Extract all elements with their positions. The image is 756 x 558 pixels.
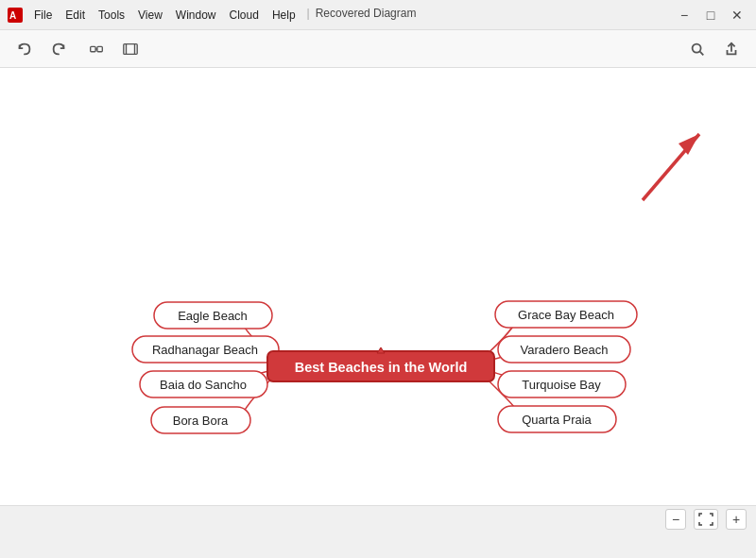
search-button[interactable] xyxy=(684,36,711,62)
share-button[interactable] xyxy=(718,36,745,62)
svg-text:Quarta Praia: Quarta Praia xyxy=(522,413,592,427)
app-icon: A xyxy=(8,8,23,23)
svg-text:Turquoise Bay: Turquoise Bay xyxy=(522,378,601,392)
zoom-in-button[interactable]: + xyxy=(726,509,747,530)
svg-point-7 xyxy=(693,43,701,52)
svg-text:Eagle Beach: Eagle Beach xyxy=(178,309,248,323)
menu-file[interactable]: File xyxy=(28,7,58,24)
menu-cloud[interactable]: Cloud xyxy=(224,7,265,24)
toolbar xyxy=(0,30,756,68)
menu-edit[interactable]: Edit xyxy=(60,7,91,24)
title-bar-left: A File Edit Tools View Window Cloud Help… xyxy=(8,7,416,24)
undo-button[interactable] xyxy=(11,36,38,62)
title-bar: A File Edit Tools View Window Cloud Help… xyxy=(0,0,756,30)
diagram-title: Recovered Diagram xyxy=(316,7,417,24)
group-button[interactable] xyxy=(83,36,110,62)
diagram-svg: Eagle Beach Radhanagar Beach Baia do San… xyxy=(0,68,756,532)
redo-button[interactable] xyxy=(45,36,72,62)
svg-text:Varadero Beach: Varadero Beach xyxy=(521,343,609,357)
menu-help[interactable]: Help xyxy=(266,7,301,24)
close-button[interactable]: ✕ xyxy=(726,4,748,26)
svg-rect-1 xyxy=(91,46,95,51)
svg-marker-29 xyxy=(679,134,699,155)
window-controls: − □ ✕ xyxy=(673,4,748,26)
toolbar-right xyxy=(684,36,745,62)
fit-button[interactable] xyxy=(694,509,718,530)
frame-button[interactable] xyxy=(117,36,144,62)
svg-text:Bora Bora: Bora Bora xyxy=(173,414,229,428)
svg-text:A: A xyxy=(9,10,16,21)
menu-view[interactable]: View xyxy=(132,7,168,24)
bottom-bar: − + xyxy=(0,505,756,532)
menu-window[interactable]: Window xyxy=(170,7,222,24)
maximize-button[interactable]: □ xyxy=(699,4,722,26)
svg-text:Grace Bay Beach: Grace Bay Beach xyxy=(518,308,614,322)
canvas[interactable]: Eagle Beach Radhanagar Beach Baia do San… xyxy=(0,68,756,532)
menu-tools[interactable]: Tools xyxy=(93,7,130,24)
toolbar-left xyxy=(11,36,144,62)
svg-line-8 xyxy=(700,51,704,55)
menu-bar: File Edit Tools View Window Cloud Help |… xyxy=(28,7,416,24)
separator: | xyxy=(303,7,314,24)
svg-rect-2 xyxy=(97,46,102,51)
svg-text:Radhanagar Beach: Radhanagar Beach xyxy=(152,343,258,357)
minimize-button[interactable]: − xyxy=(673,4,696,26)
svg-text:Best Beaches in the World: Best Beaches in the World xyxy=(295,360,468,375)
svg-text:Baia do Sancho: Baia do Sancho xyxy=(160,378,247,392)
zoom-out-button[interactable]: − xyxy=(665,509,686,530)
